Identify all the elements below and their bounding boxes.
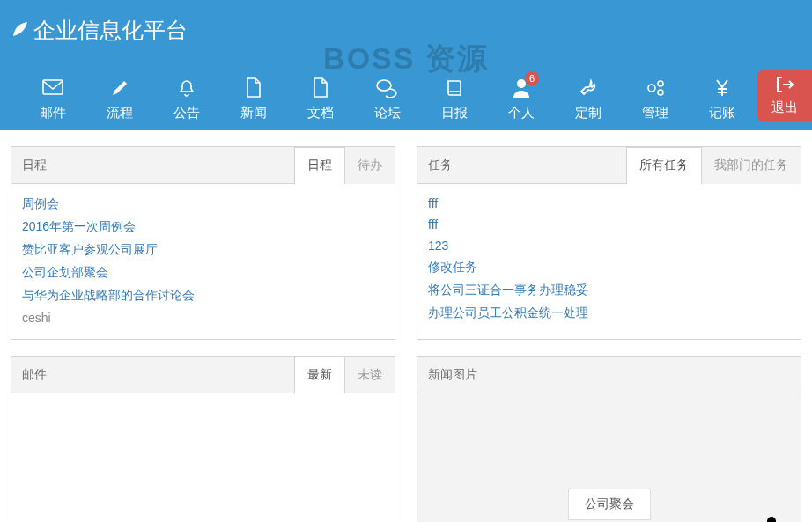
nav-label: 管理 <box>622 105 689 121</box>
nav-forum[interactable]: 论坛 <box>354 77 421 121</box>
svg-point-5 <box>658 90 663 95</box>
svg-point-3 <box>648 85 655 92</box>
list-item[interactable]: 赞比亚客户参观公司展厅 <box>22 239 384 261</box>
tab-unread[interactable]: 未读 <box>344 357 395 393</box>
news-panel: 新闻图片 公司聚会 <box>417 356 801 522</box>
panel-title: 新闻图片 <box>428 367 477 383</box>
leaf-icon <box>9 18 33 44</box>
mail-list <box>11 393 395 413</box>
list-item[interactable]: 2016年第一次周例会 <box>22 216 384 239</box>
panel-header: 任务 所有任务 我部门的任务 <box>417 147 801 184</box>
carousel-dot[interactable] <box>767 517 776 522</box>
nav-custom[interactable]: 定制 <box>555 77 622 121</box>
list-item[interactable]: ceshi <box>22 307 384 328</box>
mail-tabs: 最新 未读 <box>294 357 395 393</box>
nav-label: 记账 <box>689 105 756 121</box>
mail-panel: 邮件 最新 未读 <box>11 356 395 522</box>
nav-label: 公告 <box>153 105 220 121</box>
svg-rect-0 <box>43 80 63 94</box>
nav-news[interactable]: 新闻 <box>220 77 287 121</box>
nav-process[interactable]: 流程 <box>86 77 153 121</box>
panel-title: 任务 <box>428 158 453 173</box>
nav-mail[interactable]: 邮件 <box>19 77 86 121</box>
nav-notice[interactable]: 公告 <box>153 77 220 121</box>
nav-docs[interactable]: 文档 <box>287 77 354 121</box>
cogs-icon <box>622 77 689 99</box>
nav-label: 文档 <box>287 105 354 121</box>
wrench-icon <box>555 77 622 99</box>
panel-title: 日程 <box>22 158 47 173</box>
list-item[interactable]: 周例会 <box>22 193 384 216</box>
list-item[interactable]: 修改任务 <box>428 256 790 279</box>
logout-label: 退出 <box>771 99 798 116</box>
nav-label: 流程 <box>86 105 153 121</box>
list-item[interactable]: fff <box>428 193 790 214</box>
list-item[interactable]: 将公司三证合一事务办理稳妥 <box>428 279 790 302</box>
nav-label: 论坛 <box>354 105 421 121</box>
schedule-panel: 日程 日程 待办 周例会 2016年第一次周例会 赞比亚客户参观公司展厅 公司企… <box>11 146 395 340</box>
tab-schedule[interactable]: 日程 <box>294 147 344 185</box>
main-navbar: 邮件 流程 公告 新闻 文档 <box>0 66 812 121</box>
list-item[interactable]: 办理公司员工公积金统一处理 <box>428 302 790 325</box>
nav-daily[interactable]: 日报 <box>421 77 488 121</box>
nav-label: 邮件 <box>19 105 86 121</box>
nav-accounting[interactable]: 记账 <box>689 77 756 121</box>
news-caption[interactable]: 公司聚会 <box>568 489 651 520</box>
panel-title: 邮件 <box>22 367 47 383</box>
news-image-area: 公司聚会 <box>417 393 801 522</box>
tasks-tabs: 所有任务 我部门的任务 <box>626 147 801 184</box>
envelope-icon <box>19 77 86 99</box>
bell-icon <box>153 77 220 99</box>
nav-manage[interactable]: 管理 <box>622 77 689 121</box>
nav-personal[interactable]: 6 个人 <box>488 77 555 121</box>
user-icon <box>488 77 555 99</box>
yen-icon <box>689 77 756 99</box>
signout-icon <box>775 76 794 96</box>
tab-all-tasks[interactable]: 所有任务 <box>626 147 701 185</box>
file-icon <box>220 77 287 99</box>
panel-header: 新闻图片 <box>417 357 801 393</box>
tasks-list: fff fff 123 修改任务 将公司三证合一事务办理稳妥 办理公司员工公积金… <box>417 184 801 335</box>
dashboard-content: 日程 日程 待办 周例会 2016年第一次周例会 赞比亚客户参观公司展厅 公司企… <box>0 130 812 522</box>
schedule-list: 周例会 2016年第一次周例会 赞比亚客户参观公司展厅 公司企划部聚会 与华为企… <box>11 184 395 339</box>
comments-icon <box>354 77 421 99</box>
list-item[interactable]: 公司企划部聚会 <box>22 261 384 284</box>
document-icon <box>287 77 354 99</box>
pencil-icon <box>86 77 153 99</box>
list-item[interactable]: 123 <box>428 235 790 256</box>
svg-point-4 <box>658 81 663 86</box>
notification-badge: 6 <box>525 71 539 85</box>
nav-label: 定制 <box>555 105 622 121</box>
tasks-panel: 任务 所有任务 我部门的任务 fff fff 123 修改任务 将公司三证合一事… <box>417 146 801 340</box>
brand-title: 企业信息化平台 <box>33 16 188 45</box>
tab-my-dept-tasks[interactable]: 我部门的任务 <box>701 147 801 184</box>
tab-latest[interactable]: 最新 <box>294 357 344 394</box>
list-item[interactable]: 与华为企业战略部的合作讨论会 <box>22 284 384 307</box>
book-icon <box>421 77 488 99</box>
nav-label: 新闻 <box>220 105 287 121</box>
nav-label: 个人 <box>488 105 555 121</box>
app-header: 企业信息化平台 BOSS 资源 邮件 流程 公告 新闻 <box>0 0 812 130</box>
nav-label: 日报 <box>421 105 488 121</box>
schedule-tabs: 日程 待办 <box>294 147 395 184</box>
tab-todo[interactable]: 待办 <box>344 147 395 184</box>
list-item[interactable]: fff <box>428 214 790 235</box>
logout-button[interactable]: 退出 <box>757 70 812 121</box>
panel-header: 邮件 最新 未读 <box>11 357 395 393</box>
panel-header: 日程 日程 待办 <box>11 147 395 184</box>
